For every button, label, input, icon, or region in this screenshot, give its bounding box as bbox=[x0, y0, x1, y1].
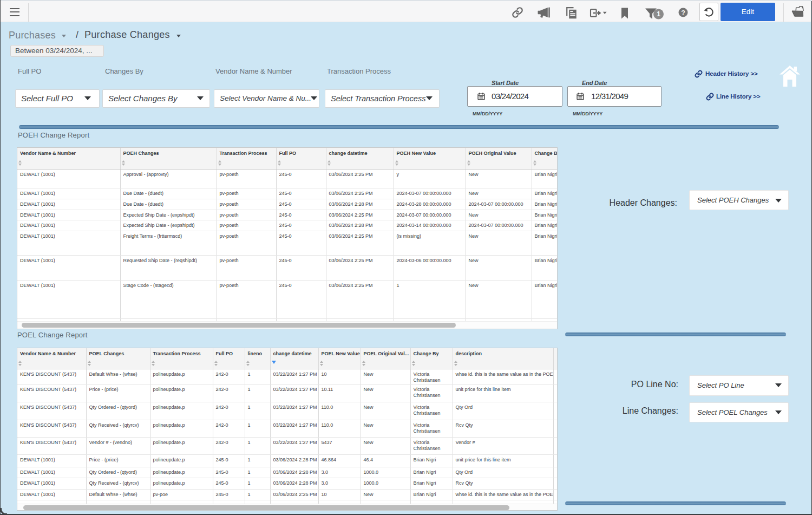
svg-text:1: 1 bbox=[657, 10, 660, 18]
svg-text:?: ? bbox=[681, 9, 685, 17]
